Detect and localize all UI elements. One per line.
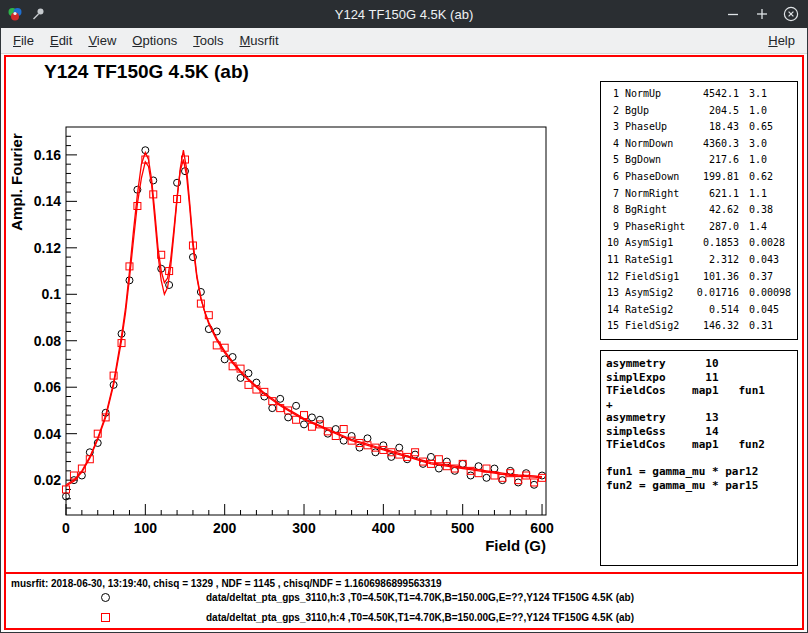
- svg-text:200: 200: [213, 520, 237, 536]
- param-row: 1NormUp4542.13.1: [605, 86, 793, 103]
- theory-line: [606, 452, 792, 466]
- param-row: 7NormRight621.11.1: [605, 186, 793, 203]
- menu-edit[interactable]: Edit: [42, 29, 80, 52]
- x-axis-title: Field (G): [485, 537, 546, 554]
- theory-line: +: [606, 398, 792, 412]
- param-row: 4NormDown4360.33.0: [605, 136, 793, 153]
- titlebar[interactable]: Y124 TF150G 4.5K (ab): [0, 0, 808, 28]
- svg-text:400: 400: [372, 520, 396, 536]
- legend-square-marker: [101, 613, 110, 622]
- svg-text:300: 300: [292, 520, 316, 536]
- menu-file[interactable]: File: [5, 29, 42, 52]
- series-data-h-4: [63, 156, 546, 493]
- menu-musrfit[interactable]: Musrfit: [232, 29, 287, 52]
- svg-text:0.08: 0.08: [34, 333, 61, 349]
- svg-text:0.04: 0.04: [34, 426, 61, 442]
- param-row: 13AsymSig20.017160.00098: [605, 285, 793, 302]
- param-row: 11RateSig12.3120.043: [605, 252, 793, 269]
- theory-line: simpleGss 14: [606, 425, 792, 439]
- series-fit-h-4: [66, 150, 542, 486]
- svg-text:0.02: 0.02: [34, 472, 61, 488]
- legend-circle-marker: [101, 593, 110, 602]
- parameter-box: 1NormUp4542.13.12BgUp204.51.03PhaseUp18.…: [600, 81, 798, 340]
- legend-row: data/deltat_pta_gps_3110,h:4 ,T0=4.50K,T…: [101, 611, 634, 623]
- param-row: 9PhaseRight287.01.4: [605, 219, 793, 236]
- theory-box: asymmetry 10simplExpo 11TFieldCos map1 f…: [600, 350, 798, 566]
- svg-text:0.14: 0.14: [34, 193, 61, 209]
- theory-line: fun1 = gamma_mu * par12: [606, 465, 792, 479]
- svg-text:0.12: 0.12: [34, 240, 61, 256]
- theory-line: fun2 = gamma_mu * par15: [606, 479, 792, 493]
- param-row: 3PhaseUp18.430.65: [605, 119, 793, 136]
- info-pad: musrfit: 2018-06-30, 13:19:40, chisq = 1…: [6, 572, 802, 628]
- menu-view[interactable]: View: [80, 29, 124, 52]
- param-row: 14RateSig20.5140.045: [605, 302, 793, 319]
- close-button[interactable]: [783, 6, 799, 22]
- param-row: 8BgRight42.620.38: [605, 202, 793, 219]
- legend-label: data/deltat_pta_gps_3110,h:3 ,T0=4.50K,T…: [206, 592, 634, 603]
- plot-pad: Y124 TF150G 4.5K (ab) 010020030040050060…: [6, 57, 802, 572]
- param-row: 5BgDown217.61.0: [605, 152, 793, 169]
- series-data-h-3: [63, 147, 546, 500]
- app-icon: [7, 6, 23, 22]
- theory-line: asymmetry 10: [606, 357, 792, 371]
- theory-line: simplExpo 11: [606, 371, 792, 385]
- legend-label: data/deltat_pta_gps_3110,h:4 ,T0=4.50K,T…: [206, 612, 634, 623]
- theory-line: asymmetry 13: [606, 411, 792, 425]
- menu-help[interactable]: Help: [760, 29, 803, 52]
- param-row: 12FieldSig1101.360.37: [605, 269, 793, 286]
- y-axis-title: Ampl. Fourier: [8, 133, 25, 231]
- menu-options[interactable]: Options: [124, 29, 185, 52]
- fit-info-line: musrfit: 2018-06-30, 13:19:40, chisq = 1…: [11, 578, 442, 589]
- param-row: 6PhaseDown199.810.62: [605, 169, 793, 186]
- svg-text:0.06: 0.06: [34, 379, 61, 395]
- window-title: Y124 TF150G 4.5K (ab): [0, 7, 808, 22]
- pin-icon[interactable]: [30, 6, 46, 22]
- theory-line: TFieldCos map1 fun2: [606, 438, 792, 452]
- legend-row: data/deltat_pta_gps_3110,h:3 ,T0=4.50K,T…: [101, 591, 634, 603]
- y-axis: 0.020.040.060.080.10.120.140.16Ampl. Fou…: [8, 133, 77, 508]
- menu-tools[interactable]: Tools: [185, 29, 231, 52]
- param-row: 10AsymSig10.18530.0028: [605, 235, 793, 252]
- fourier-plot[interactable]: 0100200300400500600Field (G)0.020.040.06…: [6, 57, 596, 572]
- svg-text:600: 600: [530, 520, 554, 536]
- window-content: Y124 TF150G 4.5K (ab) 010020030040050060…: [1, 54, 807, 632]
- svg-text:0: 0: [62, 520, 70, 536]
- param-row: 15FieldSig2146.320.31: [605, 318, 793, 335]
- menubar: FileEditViewOptionsToolsMusrfit Help: [1, 28, 807, 54]
- minimize-button[interactable]: [725, 6, 741, 22]
- param-row: 2BgUp204.51.0: [605, 103, 793, 120]
- root-canvas[interactable]: Y124 TF150G 4.5K (ab) 010020030040050060…: [4, 55, 804, 630]
- svg-text:100: 100: [134, 520, 158, 536]
- svg-text:0.1: 0.1: [42, 286, 62, 302]
- theory-line: TFieldCos map1 fun1: [606, 384, 792, 398]
- svg-text:500: 500: [451, 520, 475, 536]
- svg-text:0.16: 0.16: [34, 147, 61, 163]
- x-axis: 0100200300400500600Field (G): [62, 504, 554, 554]
- maximize-button[interactable]: [754, 6, 770, 22]
